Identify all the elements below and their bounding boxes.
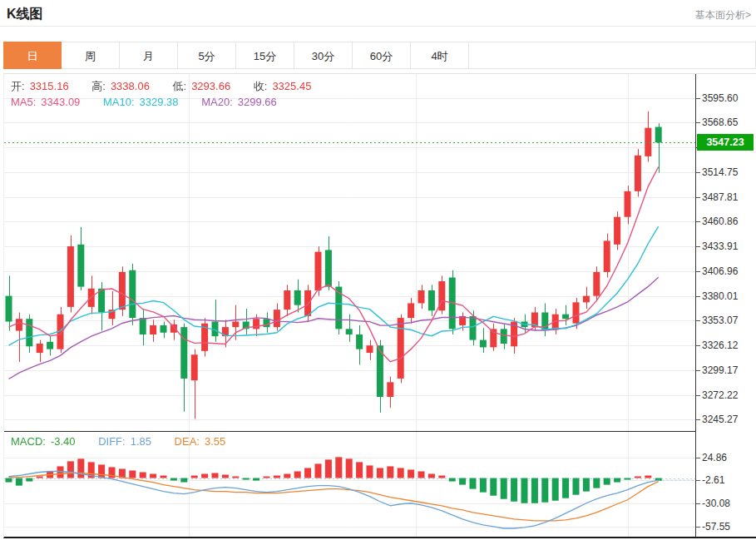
- tab-week[interactable]: 周: [62, 42, 120, 69]
- high-value: 3338.06: [111, 80, 150, 92]
- price-tick-label: 3487.81: [702, 191, 738, 203]
- dea-label: DEA:: [175, 435, 200, 448]
- high-label: 高:: [91, 80, 106, 92]
- current-price-badge: 3547.23: [697, 134, 754, 151]
- price-axis: 3595.603568.653541.703514.753487.813460.…: [695, 74, 756, 537]
- macd-tick-label: -30.08: [702, 498, 730, 509]
- price-tick-label: 3514.75: [702, 166, 738, 178]
- open-value: 3315.16: [30, 80, 69, 92]
- price-tick-label: 3433.91: [702, 240, 738, 252]
- tab-month[interactable]: 月: [120, 42, 178, 69]
- low-label: 低:: [173, 80, 187, 92]
- price-tick-label: 3568.65: [702, 116, 738, 128]
- fundamental-analysis-link[interactable]: 基本面分析>: [695, 8, 751, 22]
- price-tick-label: 3406.96: [702, 265, 738, 277]
- tab-15min[interactable]: 15分: [236, 42, 294, 69]
- tab-30min[interactable]: 30分: [294, 42, 353, 69]
- price-tick-label: 3595.60: [702, 92, 738, 104]
- page-title: K线图: [7, 6, 43, 23]
- price-tick-label: 3245.27: [702, 414, 738, 425]
- macd-value: -3.40: [51, 435, 76, 448]
- kline-widget: K线图 基本面分析> 日 周 月 5分 15分 30分 60分 4时 开:331…: [0, 0, 756, 540]
- price-tick-label: 3380.01: [702, 290, 738, 302]
- diff-label: DIFF:: [98, 435, 126, 448]
- low-value: 3293.66: [191, 80, 230, 92]
- ma10-value: 3329.38: [140, 96, 179, 108]
- tab-day[interactable]: 日: [3, 42, 62, 69]
- ma-legend: MA5:3343.09 MA10:3329.38 MA20:3299.66: [11, 96, 282, 108]
- ma5-value: 3343.09: [41, 96, 80, 108]
- tab-4hour[interactable]: 4时: [411, 42, 469, 69]
- chart-frame: 开:3315.16 高:3338.06 低:3293.66 收:3325.45 …: [3, 73, 756, 538]
- ma5-label: MA5:: [11, 96, 36, 108]
- close-value: 3325.45: [272, 80, 311, 92]
- ohlc-legend: 开:3315.16 高:3338.06 低:3293.66 收:3325.45: [11, 79, 316, 94]
- ma20-label: MA20:: [201, 96, 233, 108]
- diff-value: 1.85: [131, 435, 151, 448]
- price-tick-label: 3326.12: [702, 339, 738, 351]
- ma20-value: 3299.66: [238, 96, 277, 108]
- header-divider: [0, 26, 756, 27]
- macd-tick-label: 24.86: [702, 452, 727, 463]
- tab-5min[interactable]: 5分: [178, 42, 236, 69]
- tab-filler: [469, 42, 756, 69]
- macd-panel[interactable]: MACD:-3.40 DIFF:1.85 DEA:3.55: [4, 431, 695, 537]
- price-tick-label: 3272.22: [702, 389, 738, 401]
- open-label: 开:: [11, 80, 25, 92]
- macd-label: MACD:: [11, 435, 46, 448]
- macd-legend: MACD:-3.40 DIFF:1.85 DEA:3.55: [11, 435, 230, 448]
- price-tick-label: 3299.17: [702, 364, 738, 376]
- interval-tabs: 日 周 月 5分 15分 30分 60分 4时: [3, 42, 756, 69]
- price-tick-label: 3353.07: [702, 315, 738, 326]
- macd-tick-label: -57.55: [702, 521, 730, 533]
- candlestick-panel[interactable]: 开:3315.16 高:3338.06 低:3293.66 收:3325.45 …: [4, 74, 695, 431]
- ma10-label: MA10:: [103, 96, 135, 108]
- close-label: 收:: [254, 80, 268, 92]
- dea-value: 3.55: [205, 435, 225, 448]
- candlestick-canvas[interactable]: [4, 74, 695, 431]
- tab-60min[interactable]: 60分: [353, 42, 411, 69]
- price-tick-label: 3460.86: [702, 216, 738, 227]
- macd-tick-label: -2.61: [702, 474, 724, 486]
